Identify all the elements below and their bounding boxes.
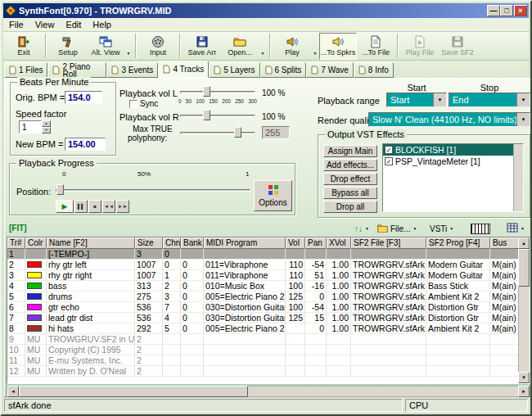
vst-item[interactable]: ✓BLOCKFISH [1] <box>383 144 523 156</box>
open-button[interactable]: Open... <box>221 33 259 60</box>
spin-up-icon[interactable]: ▲ <box>42 120 51 127</box>
save-arr-button[interactable]: Save Arr <box>183 33 221 60</box>
options-button[interactable]: Options <box>254 180 292 211</box>
input-button[interactable]: Input <box>139 33 177 60</box>
assign-main-button[interactable]: Assign Main <box>323 145 377 157</box>
speed-factor-stepper[interactable]: 1 ▲▼ <box>19 120 51 133</box>
column-header-chn[interactable]: Chn <box>163 237 181 249</box>
column-header-name-f2[interactable]: Name [F2] <box>47 237 135 249</box>
forward-button[interactable]: ►► <box>116 200 129 213</box>
tab-3-events[interactable]: 3 Events <box>106 62 158 78</box>
column-header-vol[interactable]: Vol <box>286 237 305 249</box>
column-header-size[interactable]: Size <box>135 237 163 249</box>
table-row[interactable]: 10MUCopyright (C) 19952 <box>7 345 520 355</box>
checkbox-icon[interactable]: ✓ <box>385 157 393 165</box>
column-header-sf2-prog-f4[interactable]: SF2 Prog [F4] <box>426 237 490 249</box>
tab-8-info[interactable]: 8 Info <box>354 62 394 78</box>
chevron-down-icon[interactable]: ▼ <box>413 226 417 231</box>
stop-button[interactable]: ■ <box>88 200 101 213</box>
menu-file[interactable]: File <box>3 19 29 30</box>
scroll-up-icon[interactable]: ▲ <box>518 237 530 249</box>
move-track-button[interactable]: ↑↓ ▼ <box>352 222 372 235</box>
open-dropdown[interactable]: ▼ <box>259 33 267 60</box>
vsti-menu-button[interactable]: VSTi ▼ <box>427 222 456 235</box>
column-header-pan[interactable]: Pan <box>305 237 327 249</box>
play-dropdown[interactable]: ▼ <box>311 33 319 60</box>
drop-effect-button[interactable]: Drop effect <box>323 173 377 185</box>
vscroll-thumb[interactable] <box>518 249 530 287</box>
tab-7-wave[interactable]: 7 Wave <box>306 62 354 78</box>
speed-factor-value[interactable]: 1 <box>19 120 42 133</box>
vol-r-thumb[interactable] <box>203 110 210 120</box>
column-header-colr[interactable]: Colr <box>25 237 47 249</box>
menu-edit[interactable]: Edit <box>60 19 87 30</box>
bypass-all-button[interactable]: Bypass all <box>323 187 377 199</box>
sync-checkbox[interactable] <box>129 100 138 108</box>
tab-2-piano-roll[interactable]: 2 Piano Roll <box>47 62 106 78</box>
chevron-down-icon[interactable]: ▼ <box>449 226 453 231</box>
table-row[interactable]: 11MUE-mu Systems, Inc.2 <box>7 355 520 366</box>
column-header-midi-program[interactable]: MIDI Program <box>204 237 286 249</box>
column-header-bank[interactable]: Bank <box>181 237 204 249</box>
column-header-sf2-file-f3[interactable]: SF2 File [F3] <box>351 237 426 249</box>
vol-l-thumb[interactable] <box>203 86 210 97</box>
table-row[interactable]: 9MUTROWGRUV.SF2 in User B2 <box>7 334 520 345</box>
play-button[interactable]: Play <box>273 33 311 60</box>
column-header-bus[interactable]: Bus <box>490 237 520 249</box>
horizontal-scrollbar[interactable]: ◄ ► <box>7 386 530 397</box>
vol-r-slider[interactable] <box>180 110 255 121</box>
position-thumb[interactable] <box>56 184 64 195</box>
alt-view-dropdown[interactable]: ▼ <box>124 33 133 60</box>
polyphony-thumb[interactable] <box>234 127 241 138</box>
column-header-tr[interactable]: Tr# <box>7 237 25 249</box>
file-menu-button[interactable]: File... ▼ <box>375 222 419 235</box>
table-row[interactable]: 8hi hats29250005=Electric Piano 201.00TR… <box>7 323 520 334</box>
column-header-xvol[interactable]: XVol <box>327 237 351 249</box>
to-file-button[interactable]: ...To File <box>357 33 394 60</box>
add-effects-button[interactable]: Add effects... <box>323 159 377 171</box>
scroll-down-icon[interactable]: ▼ <box>518 372 530 383</box>
chevron-down-icon[interactable]: ▼ <box>433 93 446 106</box>
minimize-button[interactable]: — <box>487 5 500 16</box>
tab-4-tracks[interactable]: 4 Tracks <box>158 61 209 78</box>
polyphony-slider[interactable] <box>180 127 255 138</box>
drop-all-button[interactable]: Drop all <box>323 201 377 213</box>
chevron-down-icon[interactable]: ▼ <box>365 226 369 231</box>
tab-6-splits[interactable]: 6 Splits <box>260 62 307 78</box>
tab-5-layers[interactable]: 5 Layers <box>209 62 259 78</box>
hscroll-thumb[interactable] <box>19 386 248 397</box>
vst-list[interactable]: ✓BLOCKFISH [1]✓PSP_VintageMeter [1] <box>382 143 524 212</box>
position-slider[interactable] <box>56 184 250 196</box>
pause-button[interactable]: ▌▌ <box>74 200 88 213</box>
tab-1-files[interactable]: 1 Files <box>4 62 47 78</box>
range-start-combobox[interactable]: Start ▼ <box>386 93 447 107</box>
render-quality-combobox[interactable]: Slow N' Clean (44100 Hz, NO limits) ▼ <box>368 112 530 127</box>
table-row[interactable]: 3rhy gtr right100710011=Vibraphone110511… <box>7 270 520 281</box>
vst-item[interactable]: ✓PSP_VintageMeter [1] <box>383 156 523 167</box>
vol-l-slider[interactable] <box>180 86 255 97</box>
scroll-right-icon[interactable]: ► <box>518 386 530 397</box>
table-row[interactable]: 6gtr echo53670030=Distortion Guitar100-5… <box>7 302 520 313</box>
table-row[interactable]: 1[-TEMPO-]30 <box>7 249 520 260</box>
chevron-down-icon[interactable]: ▼ <box>516 93 530 106</box>
rewind-button[interactable]: ◄◄ <box>102 200 115 213</box>
table-row[interactable]: 5drums27530005=Electric Piano 212501.00T… <box>7 292 520 302</box>
menu-help[interactable]: Help <box>87 19 117 30</box>
maximize-button[interactable]: □ <box>500 5 513 16</box>
range-stop-combobox[interactable]: End ▼ <box>449 93 530 107</box>
exit-button[interactable]: Exit <box>5 33 43 60</box>
close-button[interactable]: × <box>514 5 527 16</box>
scroll-left-icon[interactable]: ◄ <box>7 386 19 397</box>
table-row[interactable]: 7lead gtr dist53640030=Distortion Guitar… <box>7 313 520 323</box>
spin-down-icon[interactable]: ▼ <box>42 127 51 133</box>
play-button[interactable]: ▶ <box>56 200 74 213</box>
grid-view-button[interactable]: ▼ <box>504 222 527 235</box>
piano-button[interactable] <box>468 222 493 235</box>
vst-list-scrollbar[interactable] <box>513 144 523 211</box>
menu-view[interactable]: View <box>29 19 61 30</box>
alt-view-button[interactable]: Alt. View <box>87 33 124 60</box>
to-spkrs-button[interactable]: ...To Spkrs <box>319 33 357 60</box>
chevron-down-icon[interactable]: ▼ <box>521 226 525 231</box>
chevron-down-icon[interactable]: ▼ <box>516 113 530 126</box>
table-row[interactable]: 12MUWritten by D. O'Neal2 <box>7 366 520 377</box>
